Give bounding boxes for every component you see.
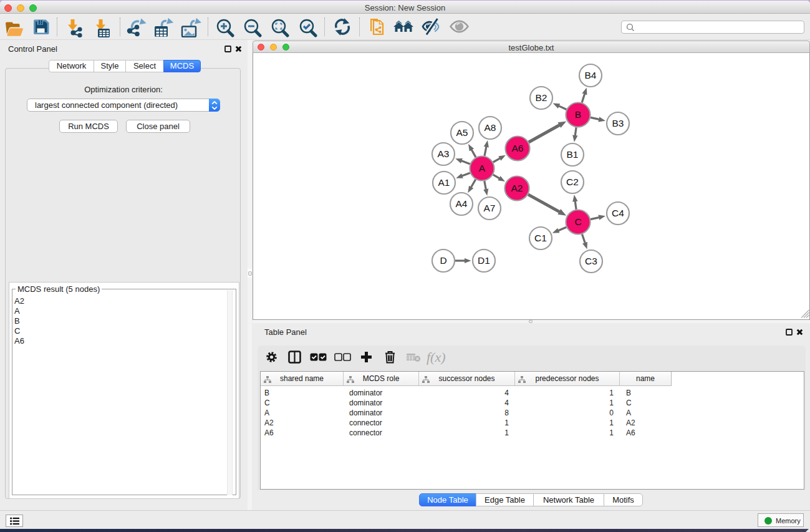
svg-text:A7: A7 xyxy=(484,203,496,213)
svg-text:D1: D1 xyxy=(478,255,490,266)
svg-text:A: A xyxy=(479,163,486,173)
svg-text:B1: B1 xyxy=(567,149,579,160)
svg-text:A8: A8 xyxy=(485,122,496,133)
svg-text:C2: C2 xyxy=(566,177,579,187)
svg-text:B4: B4 xyxy=(585,70,597,80)
svg-text:A1: A1 xyxy=(438,177,450,188)
svg-text:D: D xyxy=(440,255,446,266)
svg-text:A6: A6 xyxy=(512,143,524,153)
svg-text:C: C xyxy=(574,216,581,227)
svg-text:C4: C4 xyxy=(612,208,624,218)
svg-text:A2: A2 xyxy=(511,183,523,193)
svg-text:A3: A3 xyxy=(438,148,450,159)
svg-text:A5: A5 xyxy=(456,127,468,138)
svg-text:B: B xyxy=(575,109,581,120)
svg-text:B3: B3 xyxy=(612,118,624,128)
svg-text:A4: A4 xyxy=(456,198,468,209)
svg-text:C3: C3 xyxy=(585,256,597,266)
svg-text:C1: C1 xyxy=(534,233,547,243)
svg-text:B2: B2 xyxy=(536,92,547,103)
